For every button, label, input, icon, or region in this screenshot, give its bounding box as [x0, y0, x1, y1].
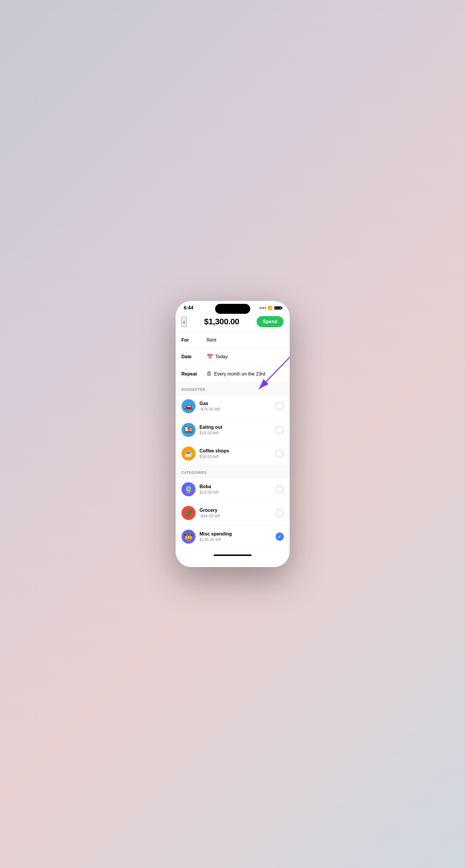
categories-title: CATEGORIES	[181, 470, 207, 475]
boba-emoji: 🧋	[184, 485, 193, 493]
list-item[interactable]: ☕ Coffee shops $38.00 left	[176, 442, 290, 466]
list-item[interactable]: 🥒 Grocery -$94.00 left	[176, 501, 290, 525]
eating-out-emoji: 🍱	[184, 426, 193, 434]
repeat-icon: 🗓	[207, 371, 212, 377]
date-value: Today	[215, 354, 228, 360]
list-item[interactable]: 🚗 Gas -$76.00 left	[176, 395, 290, 418]
boba-text: Boba $18.00 left	[200, 484, 271, 495]
grocery-radio[interactable]	[276, 509, 284, 517]
coffee-emoji: ☕	[184, 450, 193, 458]
misc-name: Misc spending	[200, 531, 271, 537]
grocery-name: Grocery	[200, 508, 271, 513]
coffee-icon-wrap: ☕	[181, 446, 196, 461]
for-row: For Rent	[176, 332, 290, 348]
eating-out-name: Eating out	[200, 425, 271, 430]
gas-radio[interactable]	[276, 402, 284, 410]
grocery-sub: -$94.00 left	[200, 514, 271, 518]
signal-dots-icon	[260, 307, 266, 309]
list-item[interactable]: 🧋 Boba $18.00 left	[176, 477, 290, 501]
repeat-value-wrap[interactable]: 🗓 Every month on the 23rd	[207, 371, 265, 377]
misc-sub: $136.00 left	[200, 537, 271, 542]
status-time: 6:44	[184, 305, 194, 311]
dynamic-island	[215, 304, 250, 314]
coffee-name: Coffee shops	[200, 448, 271, 454]
suggested-section-header: SUGGESTED	[176, 382, 290, 395]
suggested-title: SUGGESTED	[181, 388, 206, 392]
header-amount: $1,300.00	[204, 317, 239, 327]
spend-button[interactable]: Spend	[257, 316, 284, 327]
repeat-row: Repeat 🗓 Every month on the 23rd	[176, 366, 290, 382]
misc-icon-wrap: 🤠	[181, 530, 196, 544]
calendar-icon: 📅	[207, 353, 213, 360]
boba-name: Boba	[200, 484, 271, 489]
list-item[interactable]: 🍱 Eating out $18.00 left	[176, 418, 290, 442]
grocery-text: Grocery -$94.00 left	[200, 508, 271, 518]
misc-emoji: 🤠	[184, 532, 193, 541]
gas-icon-wrap: 🚗	[181, 399, 196, 413]
date-label: Date	[181, 354, 202, 360]
coffee-text: Coffee shops $38.00 left	[200, 448, 271, 459]
header: ‹ $1,300.00 Spend	[176, 313, 290, 332]
categories-section-header: CATEGORIES	[176, 466, 290, 477]
for-value[interactable]: Rent	[207, 338, 217, 343]
gas-text: Gas -$76.00 left	[200, 401, 271, 411]
gas-emoji: 🚗	[184, 402, 193, 410]
back-button[interactable]: ‹	[181, 317, 187, 327]
gas-name: Gas	[200, 401, 271, 406]
eating-out-text: Eating out $18.00 left	[200, 425, 271, 435]
grocery-icon-wrap: 🥒	[181, 506, 196, 520]
coffee-radio[interactable]	[276, 450, 284, 458]
repeat-value: Every month on the 23rd	[214, 371, 265, 377]
boba-sub: $18.00 left	[200, 490, 271, 495]
coffee-sub: $38.00 left	[200, 454, 271, 459]
grocery-emoji: 🥒	[184, 509, 193, 517]
battery-icon	[274, 306, 281, 310]
home-indicator	[214, 555, 252, 556]
misc-radio[interactable]	[276, 532, 284, 541]
eating-out-radio[interactable]	[276, 426, 284, 434]
boba-radio[interactable]	[276, 485, 284, 493]
boba-icon-wrap: 🧋	[181, 482, 196, 496]
repeat-label: Repeat	[181, 371, 202, 377]
date-row: Date 📅 Today	[176, 348, 290, 366]
eating-out-sub: $18.00 left	[200, 431, 271, 435]
list-item[interactable]: 🤠 Misc spending $136.00 left	[176, 525, 290, 549]
misc-text: Misc spending $136.00 left	[200, 531, 271, 542]
gas-sub: -$76.00 left	[200, 407, 271, 411]
phone-frame: 6:44 📶 ‹ $1,300.00 Spend For Rent Date �	[176, 301, 290, 567]
date-value-wrap[interactable]: 📅 Today	[207, 353, 228, 360]
eating-out-icon-wrap: 🍱	[181, 423, 196, 437]
status-icons: 📶	[260, 306, 281, 310]
status-bar: 6:44 📶	[176, 301, 290, 313]
wifi-icon: 📶	[268, 306, 272, 310]
for-label: For	[181, 338, 202, 343]
